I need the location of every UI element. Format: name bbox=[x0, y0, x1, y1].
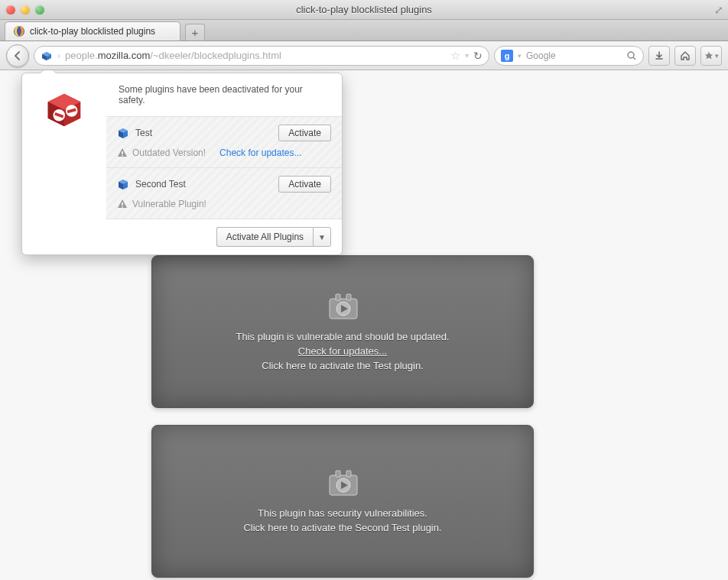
google-engine-icon[interactable]: g bbox=[501, 50, 513, 62]
new-tab-button[interactable]: + bbox=[185, 24, 205, 41]
svg-point-1 bbox=[628, 52, 634, 58]
plugin-name: Second Test bbox=[135, 179, 272, 190]
fullscreen-icon[interactable]: ⤢ bbox=[714, 4, 723, 16]
downloads-button[interactable] bbox=[648, 46, 670, 66]
forward-chevron-icon: › bbox=[57, 50, 60, 61]
navigation-toolbar: › people.mozilla.com/~dkeeler/blockedplu… bbox=[0, 41, 728, 70]
url-bar[interactable]: › people.mozilla.com/~dkeeler/blockedplu… bbox=[34, 46, 489, 66]
search-placeholder: Google bbox=[526, 50, 622, 61]
tab-title: click-to-play blocklisted plugins bbox=[30, 26, 155, 37]
svg-rect-17 bbox=[346, 471, 351, 477]
plugin-play-icon bbox=[327, 293, 359, 320]
svg-rect-8 bbox=[122, 155, 123, 156]
search-box[interactable]: g ▾ Google bbox=[494, 46, 644, 66]
bookmark-star-icon[interactable]: ☆ bbox=[450, 49, 460, 63]
check-for-updates-link[interactable]: Check for updates... bbox=[219, 147, 301, 158]
plugin-warning-text: Vulnerable Plugin! bbox=[132, 199, 206, 209]
warning-triangle-icon bbox=[117, 147, 128, 158]
doorhanger-plugin-item: Second Test Activate Vulnerable Plugin! bbox=[106, 167, 342, 219]
home-button[interactable] bbox=[674, 46, 696, 66]
blocked-plugin-icon bbox=[41, 86, 88, 133]
svg-rect-9 bbox=[122, 203, 123, 206]
doorhanger-plugin-item: Test Activate Outdated Version! Check fo… bbox=[106, 116, 342, 167]
plugin-cube-icon bbox=[117, 127, 129, 139]
placeholder-update-link[interactable]: Check for updates... bbox=[298, 345, 387, 357]
url-text: people.mozilla.com/~dkeeler/blockedplugi… bbox=[65, 50, 446, 61]
firefox-favicon-icon bbox=[13, 25, 25, 37]
doorhanger-header: Some plugins have been deactivated for y… bbox=[106, 73, 342, 116]
activate-button[interactable]: Activate bbox=[278, 125, 331, 141]
plugin-placeholder[interactable]: This plugin has security vulnerabilities… bbox=[151, 425, 534, 578]
tab-strip: click-to-play blocklisted plugins + bbox=[0, 20, 728, 41]
plugin-identity-icon[interactable] bbox=[41, 50, 53, 62]
plugin-cube-icon bbox=[117, 178, 129, 190]
placeholder-line1: This plugin is vulnerable and should be … bbox=[236, 331, 450, 342]
back-button[interactable] bbox=[6, 44, 29, 67]
doorhanger-content: Some plugins have been deactivated for y… bbox=[106, 73, 342, 254]
activate-all-dropdown-button[interactable]: ▼ bbox=[313, 227, 331, 247]
svg-rect-10 bbox=[122, 206, 123, 207]
placeholder-line2: Click here to activate the Second Test p… bbox=[243, 522, 441, 533]
activate-button[interactable]: Activate bbox=[278, 176, 331, 193]
plugin-doorhanger: Some plugins have been deactivated for y… bbox=[21, 73, 343, 255]
bookmarks-menu-button[interactable]: ▾ bbox=[700, 46, 722, 66]
doorhanger-footer: Activate All Plugins ▼ bbox=[106, 219, 342, 254]
doorhanger-icon-column bbox=[22, 73, 106, 254]
placeholder-line2: Click here to activate the Test plugin. bbox=[262, 360, 424, 371]
svg-rect-16 bbox=[336, 471, 340, 477]
browser-tab[interactable]: click-to-play blocklisted plugins bbox=[5, 21, 180, 41]
search-engine-dropdown-icon[interactable]: ▾ bbox=[518, 52, 522, 60]
svg-rect-13 bbox=[346, 294, 351, 300]
window-title: click-to-play blocklisted plugins bbox=[0, 4, 728, 15]
activate-all-plugins-button[interactable]: Activate All Plugins bbox=[216, 227, 313, 247]
window-titlebar: click-to-play blocklisted plugins ⤢ bbox=[0, 0, 728, 20]
warning-triangle-icon bbox=[117, 199, 128, 209]
plugin-warning-text: Outdated Version! bbox=[132, 147, 206, 158]
plugin-placeholder[interactable]: This plugin is vulnerable and should be … bbox=[151, 255, 534, 408]
content-area: Some plugins have been deactivated for y… bbox=[0, 70, 728, 580]
placeholder-line1: This plugin has security vulnerabilities… bbox=[258, 507, 427, 519]
plugin-name: Test bbox=[135, 128, 272, 138]
urlbar-dropdown-icon[interactable]: ▾ bbox=[465, 51, 469, 60]
search-icon[interactable] bbox=[626, 50, 637, 61]
svg-rect-7 bbox=[122, 151, 123, 154]
doorhanger-arrow-icon bbox=[41, 70, 56, 73]
plugin-play-icon bbox=[327, 469, 359, 497]
svg-line-2 bbox=[633, 57, 635, 60]
reload-icon[interactable]: ↻ bbox=[473, 50, 483, 62]
svg-rect-12 bbox=[336, 294, 340, 300]
